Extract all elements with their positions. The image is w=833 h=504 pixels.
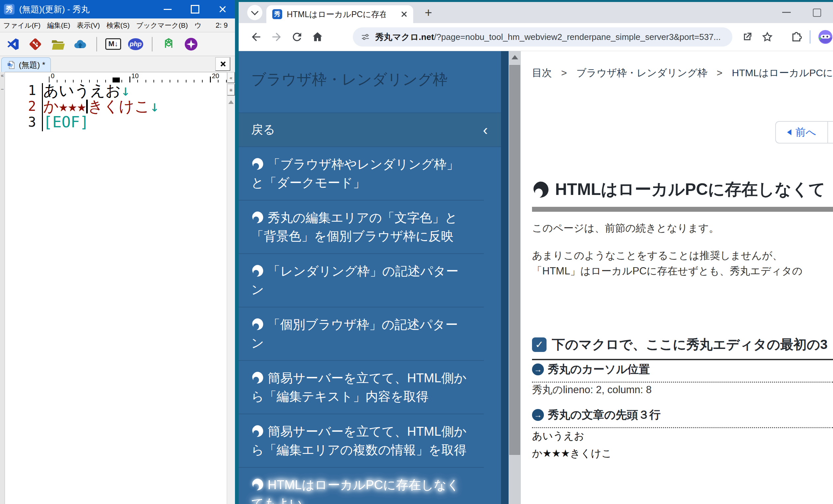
hidemaru-menubar: ファイル(F) 編集(E) 表示(V) 検索(S) ブックマーク(B) ウ 2:…	[0, 19, 235, 32]
breadcrumb-link-section[interactable]: ブラウザ枠・レンダリング枠	[576, 67, 707, 80]
sidebar-back-button[interactable]: 戻る ‹	[239, 112, 501, 147]
scrollbar-collapse-button[interactable]: «	[227, 72, 235, 83]
page-viewport: ブラウザ枠・レンダリング枠 戻る ‹ 「ブラウザ枠やレンダリング枠」と「ダークモ…	[239, 51, 833, 504]
toolbar-separator	[810, 30, 811, 44]
document-head-lines: あいうえお か★★★きくけこ	[532, 427, 612, 462]
menu-window[interactable]: ウ	[194, 21, 201, 30]
tab-search-button[interactable]	[247, 5, 262, 20]
toolbar-separator	[96, 37, 97, 51]
menu-bookmark[interactable]: ブックマーク(B)	[136, 21, 188, 30]
close-icon[interactable]	[218, 5, 227, 13]
prev-page-button[interactable]: 前へ	[775, 121, 827, 144]
sparkle-icon	[184, 37, 198, 51]
page-title-text: HTMLはローカルPCに存在しなくて	[555, 178, 826, 201]
page-main-content: 目次 > ブラウザ枠・レンダリング枠 > HTMLはローカルPCに存 前へ HT…	[521, 51, 833, 504]
paragraph-line: あまりこのようなことをすることは推奨しませんが、	[532, 248, 833, 263]
browser-toolbar: 秀丸マクロ.net/?page=nobu_tool_hm_webview2_re…	[239, 23, 833, 51]
url-path: /?page=nobu_tool_hm_webview2_renderpane_…	[434, 32, 721, 42]
reload-button[interactable]	[291, 31, 303, 43]
home-button[interactable]	[311, 31, 324, 43]
tomoe-icon	[251, 478, 264, 491]
sidebar-item[interactable]: 「ブラウザ枠やレンダリング枠」と「ダークモード」	[239, 147, 484, 201]
document-head-line: あいうえお	[532, 427, 612, 445]
sidebar-item[interactable]: 簡易サーバーを立てて、HTML側から「編集テキスト」内容を取得	[239, 361, 484, 414]
triangle-left-icon	[787, 129, 791, 135]
php-button[interactable]: php	[128, 36, 143, 52]
prev-label: 前へ	[795, 125, 816, 139]
caret-position-status: 2: 9	[215, 21, 232, 30]
tab-close-icon[interactable]	[401, 11, 407, 18]
extensions-icon[interactable]	[790, 31, 802, 43]
open-folder-button[interactable]	[50, 36, 65, 52]
forward-button[interactable]	[270, 31, 283, 43]
sidebar-edge	[501, 51, 508, 504]
sidebar-item[interactable]: 「個別ブラウザ枠」の記述パターン	[239, 307, 484, 361]
hidemaru-favicon: 秀	[272, 9, 282, 19]
editor-scrollbar[interactable]: « ≡	[227, 72, 235, 504]
back-button[interactable]	[250, 31, 262, 43]
sparkle-button[interactable]	[184, 36, 199, 52]
browser-window: 秀 HTMLはローカルPCに存在しなくても + 秀丸マクロ.net/?page=	[239, 2, 833, 504]
subsection-heading-text: 秀丸の文章の先頭３行	[548, 407, 661, 423]
editor-line: 3 [EOF]	[5, 114, 227, 130]
cloud-upload-icon	[73, 37, 88, 51]
checkbox-icon: ✓	[532, 337, 547, 352]
site-settings-icon[interactable]	[361, 32, 370, 42]
minimize-icon[interactable]	[164, 9, 172, 10]
sidebar-item-label: HTMLはローカルPCに存在しなくてもよい	[251, 478, 459, 504]
menu-edit[interactable]: 編集(E)	[47, 21, 70, 30]
sidebar-item[interactable]: 簡易サーバーを立てて、HTML側から「編集エリアの複数の情報」を取得	[239, 414, 484, 468]
menu-search[interactable]: 検索(S)	[106, 21, 130, 30]
menu-view[interactable]: 表示(V)	[77, 21, 100, 30]
margin-collapse-icon[interactable]: «	[0, 73, 5, 78]
new-tab-button[interactable]: +	[422, 6, 435, 19]
sidebar-item-current[interactable]: HTMLはローカルPCに存在しなくてもよい	[239, 468, 484, 504]
section-heading: ✓ 下のマクロで、ここに秀丸エディタの最初の3	[532, 335, 833, 360]
document-close-button[interactable]	[215, 57, 230, 71]
minimize-icon[interactable]	[782, 12, 791, 13]
cloud-upload-button[interactable]	[73, 36, 88, 52]
maximize-icon[interactable]	[813, 8, 821, 17]
sidebar-item[interactable]: 秀丸の編集エリアの「文字色」と「背景色」を個別ブラウザ枠に反映	[239, 201, 484, 254]
document-tab-label: (無題) *	[19, 60, 45, 70]
vscode-button[interactable]	[5, 36, 21, 52]
sidebar-item-label: 簡易サーバーを立てて、HTML側から「編集テキスト」内容を取得	[251, 371, 467, 403]
editor-text-area[interactable]: 1 あいうえお↓ 2 か★★★きくけこ↓ 3 [EOF]	[5, 82, 227, 504]
browser-tab[interactable]: 秀 HTMLはローカルPCに存在しなくても	[266, 5, 413, 23]
openai-button[interactable]	[161, 36, 176, 52]
document-tab[interactable]: (無題) *	[1, 57, 51, 72]
address-bar[interactable]: 秀丸マクロ.net/?page=nobu_tool_hm_webview2_re…	[353, 27, 732, 47]
chevron-left-icon: ‹	[483, 123, 488, 137]
scrollbar-list-button[interactable]: ≡	[227, 84, 235, 96]
subsection-heading: → 秀丸のカーソル位置	[532, 362, 833, 383]
ruler-tick-label: 20	[212, 72, 219, 80]
document-icon	[7, 60, 16, 70]
scrollbar-thumb[interactable]	[509, 65, 520, 455]
next-page-button[interactable]	[827, 121, 833, 144]
menu-file[interactable]: ファイル(F)	[3, 21, 41, 30]
line-number: 3	[5, 114, 41, 130]
markdown-button[interactable]: M↓	[105, 36, 121, 52]
git-button[interactable]	[28, 36, 43, 52]
scroll-up-button[interactable]	[508, 51, 521, 63]
scroll-up-icon[interactable]	[229, 100, 234, 104]
breadcrumb-separator: >	[717, 67, 723, 78]
bookmark-star-icon[interactable]	[761, 31, 773, 43]
sidebar-item[interactable]: 「レンダリング枠」の記述パターン	[239, 254, 484, 307]
tomoe-icon	[532, 181, 549, 198]
profile-avatar[interactable]	[818, 29, 833, 45]
vscode-icon	[6, 37, 20, 51]
sidebar-item-label: 「個別ブラウザ枠」の記述パターン	[251, 318, 458, 350]
browser-tab-strip: 秀 HTMLはローカルPCに存在しなくても +	[239, 2, 833, 23]
page-scrollbar[interactable]	[508, 51, 521, 504]
hidemaru-tab-row: (無題) *	[0, 56, 235, 72]
tomoe-icon	[251, 211, 264, 224]
margin-fold-icon[interactable]: −	[0, 86, 5, 92]
breadcrumb-link-toc[interactable]: 目次	[532, 67, 552, 80]
hidemaru-titlebar: 秀 (無題)(更新) - 秀丸	[0, 0, 235, 19]
ruler-tick-label: 0	[51, 72, 54, 80]
share-icon[interactable]	[742, 31, 753, 43]
editor-text: きくけこ	[88, 97, 150, 115]
url-text: 秀丸マクロ.net/?page=nobu_tool_hm_webview2_re…	[375, 31, 721, 43]
maximize-icon[interactable]	[191, 5, 199, 14]
